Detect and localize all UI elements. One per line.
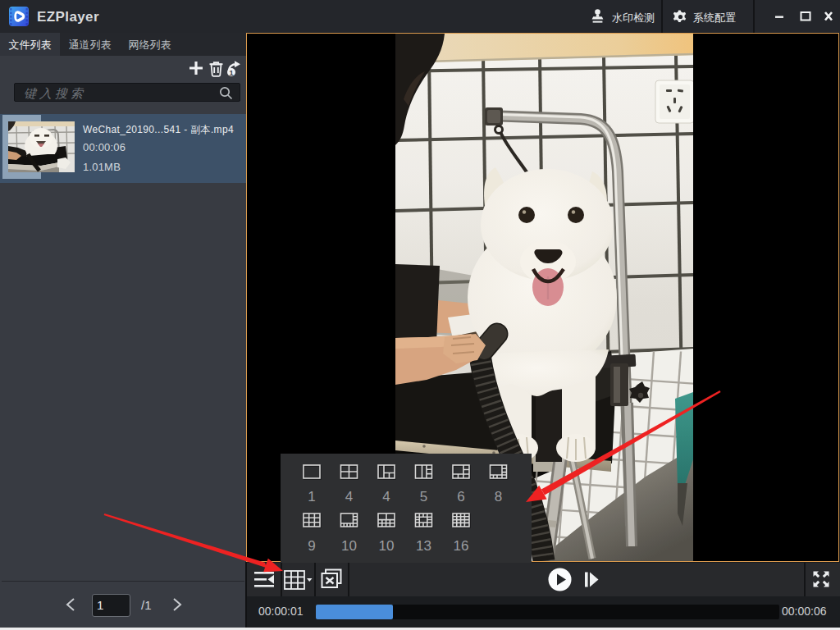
svg-text:1: 1 [229, 69, 233, 77]
